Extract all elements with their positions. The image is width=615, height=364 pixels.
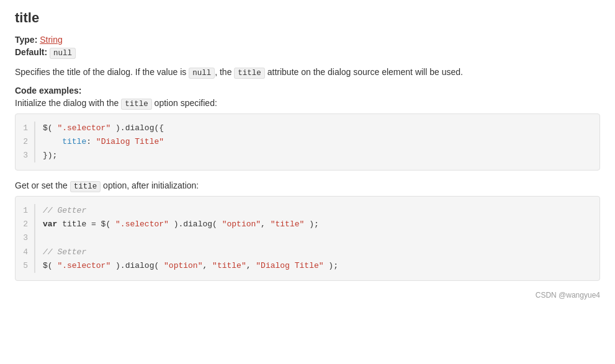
code-line: 2 var title = $( ".selector" ).dialog( "…	[20, 218, 595, 231]
type-value-link[interactable]: String	[40, 35, 63, 45]
init-text: Initialize the dialog with the title opt…	[15, 98, 600, 109]
code-block-2: 1 // Getter 2 var title = $( ".selector"…	[15, 196, 600, 280]
code-examples-label: Code examples:	[15, 86, 600, 95]
type-label: Type:	[15, 35, 37, 45]
code-line: 4 // Setter	[20, 246, 595, 259]
code-line: 3 });	[20, 149, 595, 162]
default-value: null	[50, 48, 76, 59]
default-label: Default:	[15, 47, 47, 57]
null-code: null	[189, 68, 215, 79]
title-code-desc: title	[234, 68, 265, 79]
type-row: Type: String	[15, 35, 600, 45]
code-line: 5 $( ".selector" ).dialog( "option", "ti…	[20, 259, 595, 273]
after-text: Get or set the title option, after initi…	[15, 180, 600, 191]
code-line: 3	[20, 231, 595, 245]
page-title: title	[15, 10, 600, 26]
code-block-1: 1 $( ".selector" ).dialog({ 2 title: "Di…	[15, 113, 600, 171]
code-line: 1 // Getter	[20, 204, 595, 218]
footer: CSDN @wangyue4	[15, 291, 600, 300]
title-code-init: title	[121, 99, 152, 110]
description: Specifies the title of the dialog. If th…	[15, 65, 600, 79]
code-line: 1 $( ".selector" ).dialog({	[20, 122, 595, 135]
title-code-after: title	[70, 181, 101, 192]
code-line: 2 title: "Dialog Title"	[20, 135, 595, 149]
default-row: Default: null	[15, 47, 600, 58]
